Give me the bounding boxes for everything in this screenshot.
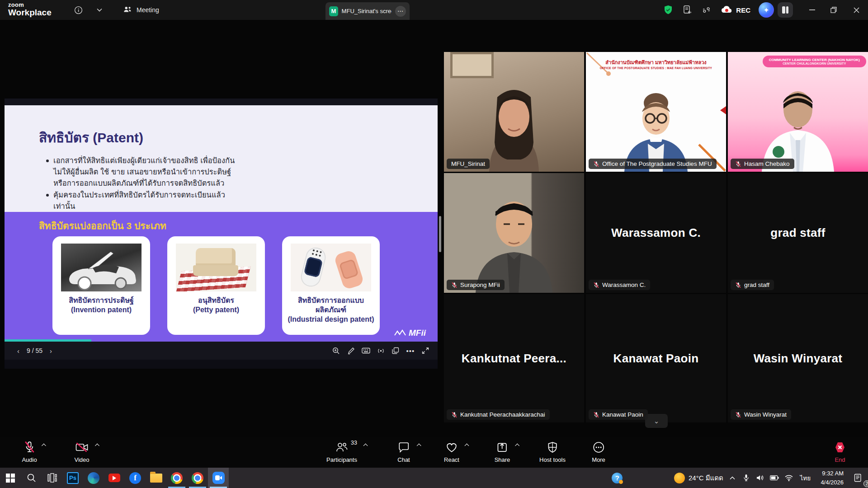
video-tile-grad-staff[interactable]: grad staff grad staff	[728, 173, 868, 293]
keyboard-icon[interactable]	[360, 345, 372, 357]
share-label: Share	[495, 456, 510, 463]
weather-condition: มีแดด	[706, 474, 723, 482]
search-button[interactable]	[21, 468, 42, 488]
chat-options-chevron[interactable]	[417, 444, 421, 448]
video-tile-hasam-chebako[interactable]: COMMUNITY LEARNING CENTER (NAKHON NAYOK)…	[728, 52, 868, 172]
participant-name: Office of The Postgraduate Studies MFU	[602, 160, 712, 167]
tab-meeting[interactable]: Meeting	[117, 0, 165, 20]
tab-more-icon[interactable]: ⋯	[395, 6, 406, 17]
video-options-chevron[interactable]	[95, 444, 99, 448]
zoom-app-icon	[212, 472, 225, 484]
clock[interactable]: 9:32 AM 4/4/2026	[821, 469, 844, 487]
ai-companion-icon[interactable]: ✦	[759, 2, 774, 18]
shared-screen-view: สิทธิบัตร (Patent) เอกสารที่ให้สิทธิแต่เ…	[5, 99, 438, 369]
office-header-th: สำนักงานบัณฑิตศึกษา มหาวิทยาลัยแม่ฟ้าหลว…	[586, 58, 726, 66]
recording-indicator[interactable]: REC	[720, 5, 750, 14]
youtube-button[interactable]	[104, 468, 125, 488]
more-label: More	[592, 456, 605, 463]
wifi-icon[interactable]	[782, 468, 796, 488]
help-icon[interactable]: ?	[608, 468, 626, 488]
grid-scroll-down-button[interactable]: ⌄	[645, 414, 668, 428]
mic-muted-icon	[451, 412, 458, 418]
card-invention-label: สิทธิบัตรการประดิษฐ์ (Invention patent)	[52, 296, 150, 315]
more-button[interactable]: More	[592, 441, 605, 463]
zoom-app-button[interactable]	[208, 468, 229, 488]
chrome-button-2[interactable]	[187, 468, 208, 488]
broadcast-icon[interactable]	[375, 345, 387, 357]
minimize-button[interactable]	[801, 0, 823, 20]
big-display-name: Warassamon C.	[586, 173, 726, 293]
annotate-icon[interactable]	[345, 345, 357, 357]
chevron-down-icon[interactable]	[93, 0, 106, 20]
video-tile-wasin[interactable]: Wasin Winyarat Wasin Winyarat	[728, 294, 868, 422]
chrome-icon	[171, 472, 183, 484]
weather-widget[interactable]: 24°C มีแดด	[671, 468, 726, 488]
slide-title: สิทธิบัตร (Patent)	[39, 127, 143, 148]
participant-name: Kankutnat Peerachaakkarachai	[460, 411, 545, 418]
react-options-chevron[interactable]	[465, 444, 469, 448]
battery-icon[interactable]	[767, 468, 782, 488]
prev-slide-button[interactable]: ‹	[17, 347, 19, 355]
watch-round	[299, 245, 328, 289]
video-tile-postgrad-office[interactable]: สำนักงานบัณฑิตศึกษา มหาวิทยาลัยแม่ฟ้าหลว…	[586, 52, 726, 172]
language-indicator[interactable]: ไทย	[796, 468, 814, 488]
screen-tab-badge: M	[329, 6, 338, 16]
chrome-button-1[interactable]	[166, 468, 187, 488]
start-button[interactable]	[0, 468, 21, 488]
video-tile-kanawat[interactable]: Kanawat Paoin Kanawat Paoin	[586, 294, 726, 422]
task-view-button[interactable]	[42, 468, 62, 488]
photoshop-button[interactable]: Ps	[62, 468, 83, 488]
page-indicator: 9 / 55	[27, 347, 42, 354]
restore-button[interactable]	[823, 0, 844, 20]
participant-name: MFU_Sirinat	[451, 160, 485, 167]
participants-options-chevron[interactable]	[363, 444, 368, 448]
video-button[interactable]: Video	[74, 441, 89, 463]
zoom-workplace-window: zoom Workplace Meeting M MFU_Sirinat's s…	[0, 0, 868, 488]
speaker-icon[interactable]	[753, 468, 767, 488]
edge-button[interactable]	[83, 468, 104, 488]
card-petty-en: (Petty patent)	[173, 305, 259, 315]
host-tools-button[interactable]: Host tools	[539, 441, 566, 463]
transcript-icon[interactable]	[678, 0, 697, 20]
chat-button[interactable]: Chat	[397, 441, 410, 463]
video-tile-surapong[interactable]: Surapong MFii	[444, 173, 584, 293]
pages-icon[interactable]	[390, 345, 401, 357]
facebook-icon: f	[129, 472, 141, 484]
sun-icon	[674, 473, 685, 483]
zoom-in-icon[interactable]	[330, 345, 342, 357]
participants-icon	[335, 441, 348, 453]
name-pill: Office of The Postgraduate Studies MFU	[589, 159, 717, 169]
video-tile-mfu-sirinat[interactable]: MFU_Sirinat	[444, 52, 584, 172]
collapse-icon[interactable]	[420, 345, 431, 357]
participant-name: Surapong MFii	[460, 282, 500, 288]
tab-shared-screen[interactable]: M MFU_Sirinat's screen ⋯	[326, 2, 410, 20]
participants-button[interactable]: 33 Participants	[326, 441, 357, 463]
video-tile-warassamon[interactable]: Warassamon C. Warassamon C.	[586, 173, 726, 293]
audio-button[interactable]: Audio	[22, 441, 37, 463]
next-slide-button[interactable]: ›	[50, 347, 52, 355]
facebook-button[interactable]: f	[125, 468, 146, 488]
audio-signal-icon[interactable]	[697, 0, 716, 20]
share-button[interactable]: Share	[495, 441, 510, 463]
end-button[interactable]: End	[834, 441, 846, 463]
panels-icon[interactable]	[778, 2, 793, 18]
file-explorer-button[interactable]	[146, 468, 166, 488]
host-tools-label: Host tools	[539, 456, 566, 463]
share-options-chevron[interactable]	[515, 444, 520, 448]
react-button[interactable]: React	[444, 441, 459, 463]
action-center-button[interactable]: 2	[848, 468, 868, 488]
card-invention-th: สิทธิบัตรการประดิษฐ์	[58, 296, 145, 305]
tray-chevron-up[interactable]	[726, 468, 739, 488]
mfii-zigzag-icon	[394, 329, 406, 337]
info-icon[interactable]	[70, 0, 86, 20]
audio-options-chevron[interactable]	[42, 444, 46, 448]
chrome-icon	[192, 472, 203, 484]
tray-mic-icon[interactable]	[739, 468, 753, 488]
end-icon	[834, 441, 846, 453]
ellipsis-icon[interactable]: •••	[405, 345, 416, 357]
video-tile-kankutnat[interactable]: Kankutnat Peera... Kankutnat Peerachaakk…	[444, 294, 584, 422]
close-button[interactable]	[844, 0, 868, 20]
grid-scrollbar[interactable]	[439, 216, 441, 252]
windows-icon	[6, 474, 15, 483]
slide-navigation-bar: ‹ 9 / 55 › •••	[5, 342, 438, 360]
